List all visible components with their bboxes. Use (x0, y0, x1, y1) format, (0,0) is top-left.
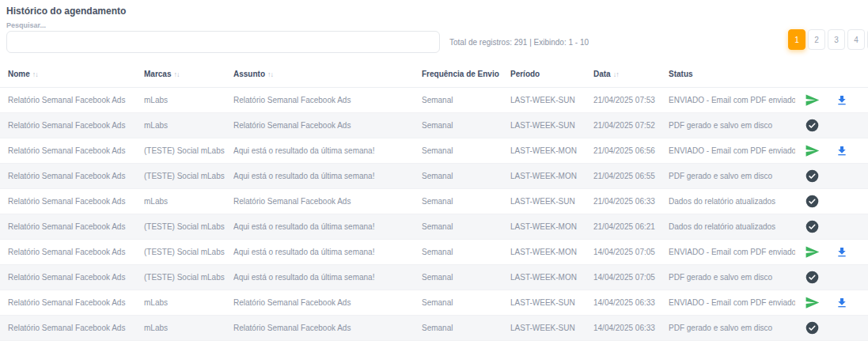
check-icon (805, 271, 819, 284)
cell-status: ENVIADO - Email com PDF enviado (669, 240, 795, 265)
cell-filler (855, 113, 868, 138)
cell-filler (855, 316, 868, 341)
cell-filler (855, 189, 868, 214)
check-icon (805, 119, 819, 132)
sort-icon: ↑↓ (32, 70, 38, 78)
column-header-action-1 (795, 63, 829, 88)
table-row: Relatório Semanal Facebook Ads(TESTE) So… (0, 214, 868, 240)
column-header-filler (855, 63, 868, 88)
cell-frequencia: Semanal (422, 290, 510, 316)
cell-action-1 (795, 214, 829, 240)
check-icon (805, 220, 819, 233)
send-icon[interactable] (805, 295, 820, 310)
cell-nome: Relatório Semanal Facebook Ads (0, 189, 144, 214)
cell-frequencia: Semanal (422, 164, 510, 189)
send-icon[interactable] (805, 244, 820, 259)
cell-action-2 (829, 290, 855, 316)
pagination-page-3[interactable]: 3 (828, 29, 845, 50)
cell-data: 21/04/2025 06:21 (593, 214, 669, 240)
cell-status: PDF gerado e salvo em disco (669, 113, 795, 138)
download-icon[interactable] (836, 246, 848, 259)
cell-marcas: mLabs (144, 88, 233, 113)
column-header-marcas[interactable]: Marcas↑↓ (144, 63, 233, 88)
table-row: Relatório Semanal Facebook AdsmLabsRelat… (0, 189, 868, 214)
download-icon[interactable] (836, 145, 848, 157)
cell-action-2 (829, 164, 855, 189)
cell-action-1 (795, 113, 829, 138)
cell-frequencia: Semanal (422, 265, 510, 290)
table-row: Relatório Semanal Facebook Ads(TESTE) So… (0, 138, 868, 164)
pagination: 12345 (788, 29, 868, 50)
column-header-nome[interactable]: Nome↑↓ (0, 63, 144, 88)
cell-marcas: (TESTE) Social mLabs (144, 240, 233, 265)
send-icon[interactable] (805, 93, 820, 108)
cell-frequencia: Semanal (422, 88, 510, 113)
history-table: Nome↑↓ Marcas↑↓ Assunto↑↓ Frequência de … (0, 63, 868, 341)
pagination-page-1[interactable]: 1 (788, 29, 805, 50)
cell-periodo: LAST-WEEK-MON (510, 265, 593, 290)
cell-frequencia: Semanal (422, 316, 510, 341)
cell-data: 21/04/2025 07:53 (593, 88, 669, 113)
table-header-row: Nome↑↓ Marcas↑↓ Assunto↑↓ Frequência de … (0, 63, 868, 88)
cell-filler (855, 164, 868, 189)
cell-data: 21/04/2025 07:52 (593, 113, 669, 138)
cell-marcas: (TESTE) Social mLabs (144, 265, 233, 290)
sort-descending-icon: ↓↑ (613, 70, 619, 78)
cell-filler (855, 138, 868, 164)
cell-status: PDF gerado e salvo em disco (669, 164, 795, 189)
cell-nome: Relatório Semanal Facebook Ads (0, 214, 144, 240)
download-icon[interactable] (836, 297, 848, 309)
cell-frequencia: Semanal (422, 189, 510, 214)
download-icon[interactable] (836, 94, 848, 107)
records-summary: Total de registros: 291 | Exibindo: 1 - … (449, 38, 589, 47)
table-row: Relatório Semanal Facebook AdsmLabsRelat… (0, 88, 868, 113)
cell-frequencia: Semanal (422, 138, 510, 164)
column-header-assunto[interactable]: Assunto↑↓ (233, 63, 422, 88)
cell-marcas: (TESTE) Social mLabs (144, 164, 233, 189)
send-icon[interactable] (805, 143, 820, 158)
sort-icon: ↑↓ (267, 70, 273, 78)
cell-marcas: (TESTE) Social mLabs (144, 138, 233, 164)
cell-action-2 (829, 138, 855, 164)
cell-nome: Relatório Semanal Facebook Ads (0, 138, 144, 164)
cell-nome: Relatório Semanal Facebook Ads (0, 113, 144, 138)
cell-assunto: Relatório Semanal Facebook Ads (233, 316, 422, 341)
pagination-page-2[interactable]: 2 (808, 29, 825, 50)
cell-assunto: Aqui está o resultado da última semana! (233, 214, 422, 240)
column-header-periodo: Período (510, 63, 593, 88)
cell-status: ENVIADO - Email com PDF enviado (669, 88, 795, 113)
table-body: Relatório Semanal Facebook AdsmLabsRelat… (0, 88, 868, 341)
column-header-status: Status (669, 63, 795, 88)
cell-filler (855, 290, 868, 316)
page-title: Histórico do agendamento (6, 6, 126, 17)
cell-assunto: Aqui está o resultado da última semana! (233, 138, 422, 164)
cell-periodo: LAST-WEEK-MON (510, 214, 593, 240)
column-header-action-2 (829, 63, 855, 88)
table-row: Relatório Semanal Facebook Ads(TESTE) So… (0, 240, 868, 265)
search-input[interactable] (6, 31, 440, 53)
column-header-data[interactable]: Data↓↑ (593, 63, 669, 88)
cell-action-2 (829, 113, 855, 138)
cell-action-1 (795, 88, 829, 113)
cell-marcas: mLabs (144, 316, 233, 341)
cell-periodo: LAST-WEEK-SUN (510, 290, 593, 316)
cell-action-2 (829, 265, 855, 290)
cell-filler (855, 214, 868, 240)
cell-data: 21/04/2025 06:55 (593, 164, 669, 189)
cell-marcas: (TESTE) Social mLabs (144, 214, 233, 240)
cell-filler (855, 265, 868, 290)
cell-periodo: LAST-WEEK-SUN (510, 189, 593, 214)
check-icon (805, 169, 819, 183)
cell-assunto: Relatório Semanal Facebook Ads (233, 88, 422, 113)
cell-action-1 (795, 240, 829, 265)
cell-nome: Relatório Semanal Facebook Ads (0, 164, 144, 189)
cell-action-2 (829, 189, 855, 214)
cell-filler (855, 240, 868, 265)
cell-periodo: LAST-WEEK-SUN (510, 88, 593, 113)
column-header-frequencia: Frequência de Envio (422, 63, 510, 88)
pagination-page-4[interactable]: 4 (847, 29, 865, 50)
cell-action-1 (795, 290, 829, 316)
cell-data: 14/04/2025 06:33 (593, 316, 669, 341)
cell-status: ENVIADO - Email com PDF enviado (669, 138, 795, 164)
cell-status: Dados do relatório atualizados (669, 189, 795, 214)
